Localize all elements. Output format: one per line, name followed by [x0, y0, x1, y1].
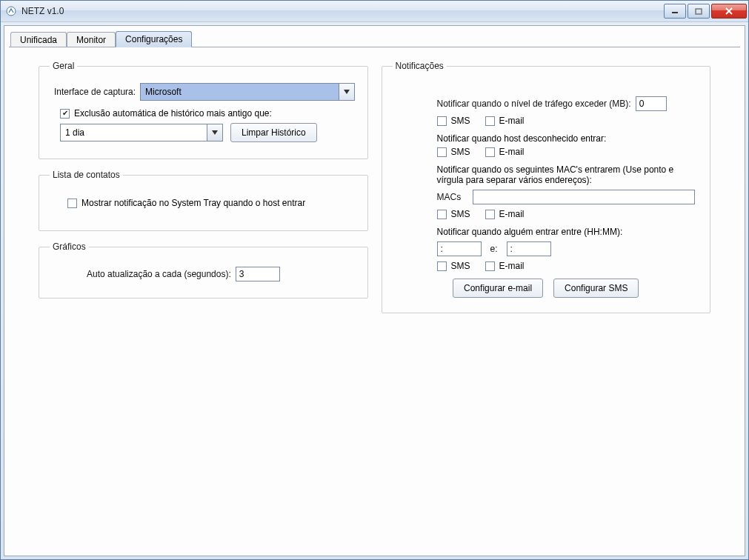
group-contatos: Lista de contatos Mostrar notificação no… — [39, 170, 368, 231]
checkbox-icon — [437, 210, 447, 219]
email-label: E-mail — [499, 261, 525, 271]
chevron-down-icon[interactable] — [339, 84, 354, 100]
time-email-checkbox[interactable]: E-mail — [485, 261, 525, 271]
auto-update-label: Auto atualização a cada (segundos): — [87, 269, 231, 279]
sms-label: SMS — [451, 147, 470, 157]
retention-select[interactable]: 1 dia — [60, 124, 223, 141]
sms-label: SMS — [451, 209, 470, 219]
tab-panel-configuracoes: Geral Interface de captura: Microsoft — [9, 47, 740, 551]
group-graficos: Gráficos Auto atualização a cada (segund… — [39, 241, 368, 299]
configure-sms-button[interactable]: Configurar SMS — [553, 279, 639, 298]
email-label: E-mail — [499, 116, 525, 126]
close-button[interactable] — [711, 4, 747, 19]
legend-contatos: Lista de contatos — [50, 170, 123, 180]
time-sms-checkbox[interactable]: SMS — [437, 261, 470, 271]
group-notificacoes: Notificações Notificar quando o nível de… — [382, 61, 711, 313]
window-title: NETZ v1.0 — [21, 6, 662, 16]
config-columns: Geral Interface de captura: Microsoft — [9, 47, 740, 331]
checkbox-icon — [437, 116, 447, 126]
group-geral: Geral Interface de captura: Microsoft — [39, 61, 368, 159]
show-tray-checkbox[interactable]: Mostrar notificação no System Tray quand… — [67, 198, 305, 208]
interface-label: Interface de captura: — [54, 87, 136, 97]
unknown-email-checkbox[interactable]: E-mail — [485, 147, 525, 157]
checkbox-icon — [485, 210, 495, 219]
time-range-label: Notificar quando alguém entrar entre (HH… — [437, 227, 700, 237]
macs-email-checkbox[interactable]: E-mail — [485, 209, 525, 219]
time-to-input[interactable] — [507, 241, 551, 256]
email-label: E-mail — [499, 209, 525, 219]
traffic-sms-checkbox[interactable]: SMS — [437, 116, 470, 126]
show-tray-label: Mostrar notificação no System Tray quand… — [81, 198, 305, 208]
retention-select-value: 1 dia — [61, 124, 207, 141]
right-column: Notificações Notificar quando o nível de… — [382, 61, 711, 324]
interface-select[interactable]: Microsoft — [140, 83, 355, 101]
svg-rect-2 — [696, 9, 702, 14]
titlebar: NETZ v1.0 — [1, 1, 748, 22]
auto-update-input[interactable] — [236, 267, 280, 281]
minimize-button[interactable] — [664, 4, 686, 19]
chevron-down-icon[interactable] — [207, 124, 222, 141]
macs-input[interactable] — [473, 190, 695, 204]
traffic-threshold-input[interactable] — [636, 96, 667, 111]
checkbox-icon — [485, 147, 495, 157]
checkbox-icon — [437, 261, 447, 271]
macs-sms-checkbox[interactable]: SMS — [437, 209, 470, 219]
tab-monitor[interactable]: Monitor — [67, 32, 116, 47]
checkbox-icon — [67, 199, 77, 208]
legend-notificacoes: Notificações — [393, 61, 447, 71]
legend-geral: Geral — [50, 61, 77, 71]
time-and-label: e: — [490, 244, 498, 254]
tab-unificada[interactable]: Unificada — [10, 32, 67, 47]
tab-bar: Unificada Monitor Configurações — [9, 30, 740, 47]
content-area: Unificada Monitor Configurações Geral In… — [4, 25, 745, 556]
time-from-input[interactable] — [437, 241, 482, 256]
sms-label: SMS — [451, 116, 470, 126]
app-window: NETZ v1.0 Unificada Monitor Configuraçõe… — [0, 0, 749, 560]
svg-marker-6 — [212, 130, 218, 135]
auto-delete-checkbox[interactable]: Exclusão automática de histórico mais an… — [60, 108, 272, 119]
clear-history-button[interactable]: Limpar Histórico — [230, 123, 317, 142]
checkbox-icon — [485, 261, 495, 271]
checkbox-icon — [437, 147, 447, 157]
configure-email-button[interactable]: Configurar e-mail — [453, 279, 543, 298]
tab-configuracoes[interactable]: Configurações — [116, 31, 192, 47]
macs-label: MACs — [437, 192, 468, 202]
left-column: Geral Interface de captura: Microsoft — [39, 61, 368, 324]
email-label: E-mail — [499, 147, 525, 157]
traffic-label: Notificar quando o nível de tráfego exce… — [437, 99, 631, 109]
checkbox-icon — [60, 109, 70, 119]
checkbox-icon — [485, 116, 495, 126]
macs-intro-label: Notificar quando os seguintes MAC's entr… — [437, 164, 700, 185]
svg-point-0 — [7, 7, 16, 16]
maximize-button[interactable] — [688, 4, 710, 19]
unknown-sms-checkbox[interactable]: SMS — [437, 147, 470, 157]
unknown-host-label: Notificar quando host desconhecido entra… — [437, 133, 700, 144]
svg-marker-5 — [344, 90, 350, 94]
traffic-email-checkbox[interactable]: E-mail — [485, 116, 525, 126]
legend-graficos: Gráficos — [50, 241, 89, 252]
app-icon — [5, 5, 17, 17]
window-buttons — [662, 4, 747, 19]
interface-select-value: Microsoft — [141, 84, 339, 100]
auto-delete-label: Exclusão automática de histórico mais an… — [74, 108, 272, 119]
sms-label: SMS — [451, 261, 470, 271]
